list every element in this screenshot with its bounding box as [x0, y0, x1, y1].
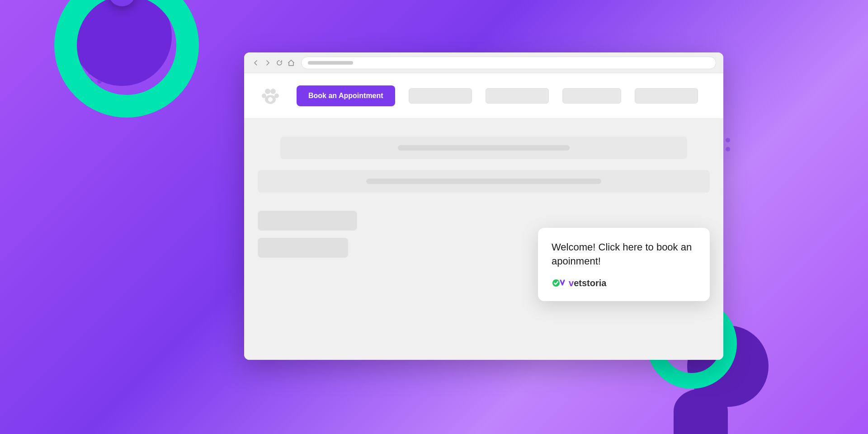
nav-item-2[interactable] [486, 88, 549, 104]
content-skeleton-inner-1 [398, 145, 570, 151]
svg-point-26 [265, 89, 270, 94]
vetstoria-v: v [569, 278, 574, 288]
nav-item-4[interactable] [635, 88, 698, 104]
logo-icon [258, 83, 283, 108]
content-skeleton-bar-1 [280, 137, 687, 159]
bg-decoration-teal-top [54, 0, 199, 118]
tooltip-popup[interactable]: Welcome! Click here to book an apoinment… [538, 228, 710, 301]
vetstoria-rest: etstoria [574, 278, 606, 288]
nav-item-3[interactable] [562, 88, 621, 104]
sidebar-skeleton-item-2 [258, 238, 348, 258]
browser-window: Book an Appointment Welco [244, 52, 723, 360]
vetstoria-brand-name: vetstoria [569, 278, 606, 288]
nav-item-1[interactable] [409, 88, 472, 104]
browser-nav-buttons [251, 58, 296, 67]
bg-blob-bottom [674, 389, 728, 434]
address-bar[interactable] [301, 57, 716, 69]
content-skeleton-bar-2 [258, 170, 710, 193]
svg-point-18 [726, 147, 730, 151]
address-bar-text [308, 61, 353, 65]
page-header: Book an Appointment [244, 73, 723, 118]
forward-button[interactable] [263, 58, 272, 67]
tooltip-message: Welcome! Click here to book an apoinment… [552, 241, 696, 269]
svg-point-15 [726, 138, 730, 142]
svg-rect-32 [268, 98, 273, 101]
home-button[interactable] [287, 58, 296, 67]
sidebar-skeleton-item-1 [258, 211, 357, 231]
browser-toolbar [244, 52, 723, 73]
content-skeleton-inner-2 [366, 179, 601, 184]
sidebar-skeleton [258, 211, 366, 258]
refresh-button[interactable] [275, 58, 284, 67]
vetstoria-brand: vetstoria [552, 276, 696, 290]
svg-point-27 [270, 89, 276, 94]
vetstoria-logo-icon [552, 276, 566, 290]
book-appointment-button[interactable]: Book an Appointment [297, 85, 395, 106]
page-content: Welcome! Click here to book an apoinment… [244, 118, 723, 360]
back-button[interactable] [251, 58, 260, 67]
